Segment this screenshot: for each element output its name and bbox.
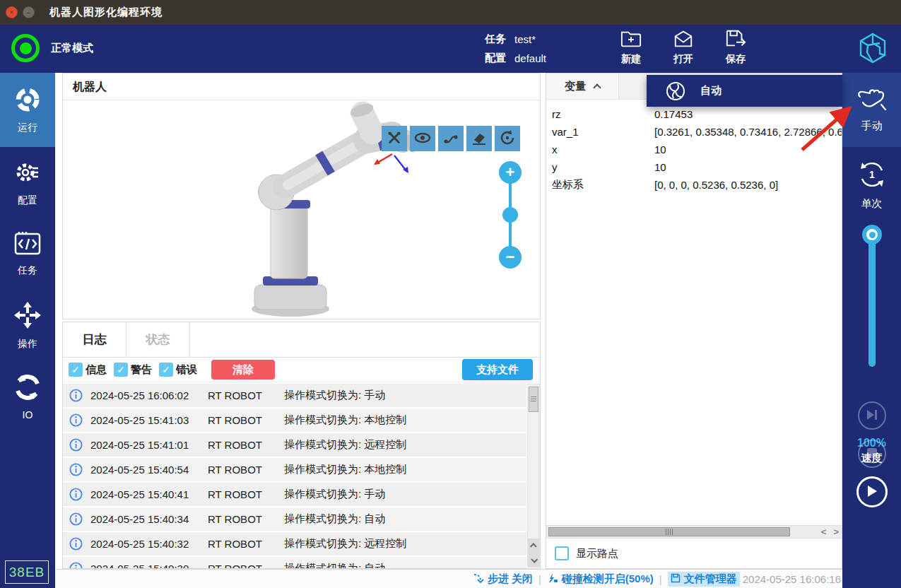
svg-text:1: 1 — [869, 169, 875, 180]
variable-row: x 10 — [546, 141, 842, 158]
app-logo-cube-icon — [856, 31, 890, 68]
filter-info-checkbox[interactable]: ✓ — [69, 363, 83, 377]
tab-log[interactable]: 日志 — [63, 322, 126, 357]
log-entry-row: 2024-05-25 15:40:32 RT ROBOT 操作模式切换为: 远程… — [63, 532, 526, 555]
log-entry-row: 2024-05-25 15:40:41 RT ROBOT 操作模式切换为: 手动 — [63, 483, 526, 506]
mode-label: 正常模式 — [51, 42, 93, 55]
robot-3d-view[interactable]: + − — [63, 100, 540, 319]
eye-icon — [414, 130, 431, 148]
filter-warning-label: 警告 — [131, 363, 152, 377]
tools-button[interactable] — [382, 126, 407, 151]
log-entry-row: 2024-05-25 15:41:01 RT ROBOT 操作模式切换为: 远程… — [63, 433, 526, 457]
window-close-button[interactable]: × — [6, 6, 18, 18]
scroll-up-button[interactable] — [528, 539, 539, 553]
zoom-out-button[interactable]: − — [499, 246, 522, 269]
manual-mode-button[interactable]: 手动 — [842, 73, 901, 147]
window-title: 机器人图形化编程环境 — [49, 6, 163, 19]
path-icon — [442, 130, 459, 148]
status-timestamp: 2024-05-25 16:06:16 — [743, 573, 841, 585]
variables-panel: 变量 rz 0.17453 var_1 [0.3261, 0.35348, 0.… — [546, 73, 842, 569]
save-task-button[interactable]: 保存 — [725, 29, 746, 66]
variables-tab[interactable]: 变量 — [546, 74, 619, 99]
step-mode-toggle[interactable]: 步进 关闭 — [473, 572, 533, 586]
mode-menu-item-auto[interactable]: 自动 — [647, 75, 842, 107]
erase-button[interactable] — [466, 126, 492, 151]
scroll-left-button[interactable]: < — [821, 527, 827, 537]
code-window-icon — [14, 232, 41, 258]
log-message: 操作模式切换为: 本地控制 — [284, 413, 406, 427]
hscrollbar-thumb[interactable] — [548, 527, 790, 536]
trajectory-button[interactable] — [438, 126, 464, 151]
view-toolbar — [382, 126, 520, 151]
zoom-slider-thumb[interactable] — [502, 207, 518, 223]
log-source: RT ROBOT — [208, 538, 284, 550]
collision-detection-toggle[interactable]: 碰撞检测开启(50%) — [547, 572, 654, 586]
info-icon — [69, 463, 83, 476]
log-time: 2024-05-25 16:06:02 — [90, 389, 208, 401]
log-time: 2024-05-25 15:40:54 — [90, 464, 208, 476]
sidebar-item-io[interactable]: IO — [0, 361, 55, 433]
gear-icon — [14, 159, 41, 188]
open-task-button[interactable]: 打开 — [673, 29, 694, 66]
new-folder-icon — [620, 29, 642, 51]
info-icon — [69, 488, 83, 501]
variable-value: [0, 0, 0, 0.5236, 0.5236, 0] — [654, 179, 778, 191]
robot-panel-title: 机器人 — [63, 74, 540, 100]
status-bar: 步进 关闭 | 碰撞检测开启(50%) | 文件管理器 2024-05-25 1… — [55, 569, 842, 588]
show-waypoints-checkbox[interactable] — [555, 546, 569, 560]
sidebar-item-config[interactable]: 配置 — [0, 147, 55, 218]
log-time: 2024-05-25 15:40:41 — [90, 488, 208, 500]
eraser-icon — [471, 130, 488, 148]
clear-log-button[interactable]: 清除 — [211, 360, 275, 380]
step-forward-button[interactable] — [858, 401, 886, 430]
log-source: RT ROBOT — [208, 389, 284, 401]
file-manager-button[interactable]: 文件管理器 — [668, 572, 740, 587]
view-zoom-slider: + − — [499, 161, 522, 269]
log-message: 操作模式切换为: 自动 — [284, 562, 385, 568]
variable-value: 10 — [654, 161, 666, 173]
sidebar-item-run[interactable]: 运行 — [0, 73, 55, 147]
info-icon — [69, 537, 83, 551]
tab-status[interactable]: 状态 — [126, 322, 190, 357]
filter-info-label: 信息 — [86, 363, 107, 377]
window-minimize-button[interactable]: – — [23, 6, 35, 18]
rotate-icon — [499, 129, 516, 148]
visibility-button[interactable] — [410, 126, 435, 151]
variables-hscrollbar[interactable]: < > — [546, 525, 842, 539]
scroll-down-button[interactable] — [528, 553, 539, 567]
mode-indicator-group: 正常模式 — [11, 34, 93, 62]
filter-warning-checkbox[interactable]: ✓ — [114, 363, 128, 377]
chevron-up-icon — [529, 543, 536, 550]
filter-error-checkbox[interactable]: ✓ — [159, 363, 173, 377]
right-sidebar: 手动 1 单次 100% 速度 — [842, 73, 901, 588]
play-button[interactable] — [856, 476, 888, 507]
sidebar-item-jog[interactable]: 操作 — [0, 290, 55, 361]
stop-button[interactable] — [858, 440, 886, 468]
chevron-down-icon — [531, 555, 538, 563]
log-message: 操作模式切换为: 手动 — [284, 389, 385, 402]
single-cycle-button[interactable]: 1 单次 — [842, 151, 901, 219]
log-scrollbar-thumb[interactable] — [529, 387, 538, 412]
show-waypoints-label: 显示路点 — [576, 547, 618, 560]
save-floppy-icon — [725, 29, 746, 51]
open-envelope-icon — [673, 29, 694, 51]
log-scrollbar[interactable] — [527, 384, 540, 568]
log-source: RT ROBOT — [208, 563, 284, 568]
log-source: RT ROBOT — [208, 488, 284, 500]
sidebar-item-task[interactable]: 任务 — [0, 218, 55, 290]
zoom-in-button[interactable]: + — [499, 161, 522, 184]
info-icon — [69, 413, 83, 427]
new-task-button[interactable]: 新建 — [620, 29, 642, 66]
log-time: 2024-05-25 15:40:32 — [90, 538, 208, 550]
single-cycle-icon: 1 — [857, 160, 887, 192]
scroll-right-button[interactable]: > — [833, 527, 839, 537]
log-panel: 日志 状态 ✓ 信息 ✓ 警告 ✓ 错误 清除 支持文件 2024-05-25 … — [62, 322, 541, 569]
support-file-button[interactable]: 支持文件 — [462, 359, 533, 380]
log-message: 操作模式切换为: 远程控制 — [284, 537, 406, 551]
variable-name: 坐标系 — [552, 178, 654, 192]
task-info: 任务test* 配置default — [485, 30, 546, 68]
speed-slider-thumb[interactable] — [862, 225, 882, 245]
speed-slider-track[interactable] — [868, 234, 876, 367]
log-source: RT ROBOT — [208, 439, 284, 451]
reset-view-button[interactable] — [495, 126, 520, 151]
